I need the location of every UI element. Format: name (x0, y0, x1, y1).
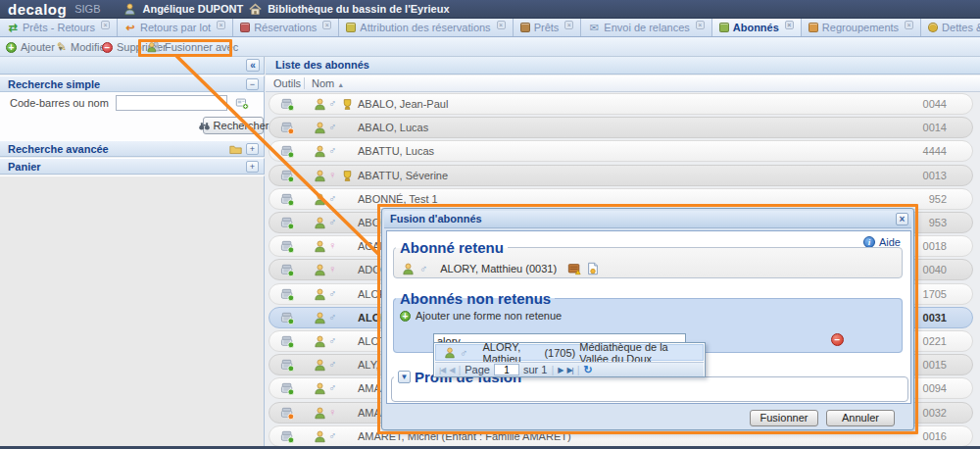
tab-label: Abonnés (733, 22, 779, 33)
simple-search-panel: Code-barres ou nom Rechercher (0, 92, 265, 140)
debts-icon (928, 23, 938, 32)
collapse-panel-icon[interactable]: − (246, 78, 259, 90)
tab-groups[interactable]: Regroupements × (802, 19, 921, 36)
loan-tools-icon[interactable] (280, 381, 295, 396)
loan-tools-icon[interactable] (280, 429, 295, 444)
tab-debts[interactable]: Dettes & Règlements × (921, 19, 980, 36)
subscriber-icon (314, 288, 326, 301)
gender-icon (328, 334, 336, 346)
subscriber-name: ABALO, Lucas (358, 122, 428, 133)
subscriber-icon (314, 170, 326, 182)
subscriber-number: 953 (929, 217, 947, 228)
binoculars-icon (198, 120, 211, 132)
loan-tools-icon[interactable] (280, 358, 295, 373)
tab-reminders[interactable]: ✉ Envoi de relances × (581, 19, 711, 36)
tab-reservations[interactable]: Réservations × (233, 19, 339, 36)
loan-tools-icon[interactable] (280, 311, 295, 325)
simple-search-panel-header[interactable]: Recherche simple − (0, 75, 265, 92)
tab-label: Dettes & Règlements (942, 22, 980, 33)
product-name: SIGB (74, 3, 100, 15)
subscriber-number: 952 (929, 193, 947, 205)
subscriber-icon (314, 382, 326, 395)
tab-close-icon[interactable]: × (322, 21, 331, 29)
tab-close-icon[interactable]: × (785, 21, 794, 29)
tab-batch-returns[interactable]: ↩ Retours par lot × (118, 19, 233, 36)
gender-icon (328, 192, 336, 204)
annotation-box-merge-button (138, 39, 232, 57)
minus-icon: − (102, 42, 113, 53)
list-title: Liste des abonnés (266, 57, 980, 75)
subscriber-icon (314, 264, 326, 276)
subscriber-name: ABONNÉ, Test 1 (358, 193, 438, 205)
reminders-icon: ✉ (588, 22, 600, 33)
tab-close-icon[interactable]: × (217, 21, 225, 29)
plus-icon: + (6, 42, 17, 53)
subscriber-number: 0031 (923, 312, 947, 324)
tab-close-icon[interactable]: × (497, 21, 506, 29)
tab-label: Envoi de relances (604, 22, 689, 33)
loan-tools-icon[interactable] (280, 239, 295, 254)
gender-icon (328, 263, 336, 274)
reservations-icon (240, 23, 250, 32)
tab-close-icon[interactable]: × (696, 21, 705, 29)
gender-icon (328, 169, 336, 180)
expand-panel-icon[interactable]: + (246, 143, 259, 155)
expand-panel-icon[interactable]: + (246, 161, 259, 173)
sidebar-header-band: « (0, 57, 265, 75)
subscriber-icon (314, 407, 326, 420)
gender-icon (328, 97, 336, 109)
tab-loans[interactable]: Prêts × (514, 19, 582, 36)
tab-close-icon[interactable]: × (101, 21, 110, 29)
collapse-sidebar-icon[interactable]: « (246, 59, 260, 72)
loan-tools-icon[interactable] (280, 192, 295, 207)
tab-close-icon[interactable]: × (905, 21, 913, 29)
application-window: decalog SIGB Angélique DUPONT Bibliothèq… (0, 0, 980, 449)
subscriber-number: 0094 (923, 382, 947, 394)
card-add-icon[interactable] (235, 96, 249, 110)
table-row[interactable]: ABALO, Jean-Paul 0044 (269, 93, 973, 115)
tab-loans-returns[interactable]: ⇄ Prêts - Retours × (0, 19, 118, 36)
subscriber-name: ABATTU, Séverine (358, 170, 448, 181)
tab-label: Réservations (254, 22, 317, 33)
tab-label: Retours par lot (140, 22, 211, 33)
loan-tools-icon[interactable] (280, 216, 295, 230)
subscriber-number: 0044 (923, 98, 947, 110)
subscribers-icon (719, 23, 729, 32)
tab-close-icon[interactable]: × (564, 21, 573, 29)
tab-subscribers[interactable]: Abonnés × (712, 19, 802, 36)
barcode-input[interactable] (116, 95, 227, 111)
reservation-assignment-icon (346, 23, 356, 32)
table-row[interactable]: ABATTU, Lucas 4444 (269, 140, 973, 162)
annotation-box-dialog (377, 204, 918, 434)
tab-label: Attribution des réservations (360, 22, 490, 33)
trophy-icon (341, 98, 354, 111)
table-row[interactable]: ABALO, Lucas 0014 (269, 117, 973, 138)
user-icon (123, 3, 136, 16)
subscriber-icon (314, 359, 326, 372)
loans-icon (520, 23, 530, 32)
basket-panel-header[interactable]: Panier + (0, 158, 265, 175)
current-library: Bibliothèque du bassin de l'Eyrieux (268, 3, 449, 15)
loan-tools-icon[interactable] (280, 334, 295, 349)
add-button[interactable]: + Ajouter (6, 39, 63, 55)
gender-icon (328, 429, 336, 441)
loan-tools-icon[interactable] (280, 169, 295, 183)
top-bar: decalog SIGB Angélique DUPONT Bibliothèq… (0, 0, 980, 19)
table-row[interactable]: ABATTU, Séverine 0013 (269, 165, 973, 186)
subscriber-number: 0015 (923, 359, 947, 371)
subscriber-icon (314, 430, 326, 443)
search-button[interactable]: Rechercher (203, 117, 264, 134)
gender-icon (328, 216, 336, 227)
column-tools[interactable]: Outils (273, 75, 301, 91)
column-name[interactable]: Nom▲ (312, 75, 344, 93)
folder-icon[interactable] (229, 143, 242, 156)
loan-tools-icon[interactable] (280, 144, 295, 159)
trophy-icon (341, 170, 354, 182)
loan-tools-icon[interactable] (280, 406, 295, 421)
loan-tools-icon[interactable] (280, 97, 295, 112)
advanced-search-panel-header[interactable]: Recherche avancée + (0, 140, 265, 157)
loan-tools-icon[interactable] (280, 287, 295, 302)
loan-tools-icon[interactable] (280, 121, 295, 135)
tab-reservation-assignment[interactable]: Attribution des réservations × (339, 19, 513, 36)
loan-tools-icon[interactable] (280, 263, 295, 277)
